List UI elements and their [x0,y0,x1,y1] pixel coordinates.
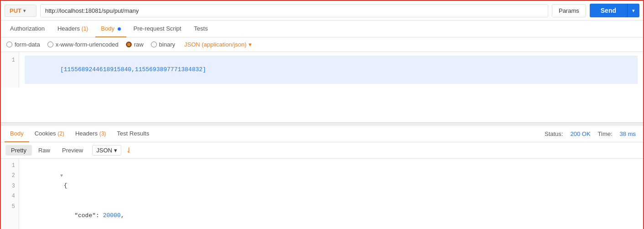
response-tab-test-results[interactable]: Test Results [111,125,155,142]
request-tabs: Authorization Headers (1) Body Pre-reque… [1,21,643,37]
code-line-1: [1155689244618915840,1155693897771384832… [25,56,638,84]
tab-authorization[interactable]: Authorization [5,21,50,37]
form-data-option[interactable]: form-data [6,41,40,48]
params-button[interactable]: Params [552,4,586,17]
body-dot [118,27,121,31]
method-selector[interactable]: PUT ▾ [5,5,36,17]
request-bar: PUT ▾ Params Send ▾ [1,1,643,21]
response-view-bar: Pretty Raw Preview JSON ▾ ⇃ [1,142,643,159]
send-dropdown-button[interactable]: ▾ [627,4,639,17]
json-format-selector[interactable]: JSON ▾ [92,145,121,156]
raw-button[interactable]: Raw [33,145,56,156]
tab-headers[interactable]: Headers (1) [52,21,93,37]
json-selector-chevron-icon: ▾ [114,147,117,154]
json-type-selector[interactable]: JSON (application/json) ▾ [184,41,252,48]
code-content: [1155689244618915840,1155693897771384832… [19,52,643,88]
app-container: PUT ▾ Params Send ▾ Authorization Header… [0,0,644,229]
binary-option[interactable]: binary [151,41,175,48]
response-tab-body[interactable]: Body [5,125,29,142]
response-tab-cookies[interactable]: Cookies (2) [29,125,70,142]
pretty-button[interactable]: Pretty [5,145,32,156]
collapse-arrow-icon[interactable]: ▼ [60,173,63,178]
urlencoded-option[interactable]: x-www-form-urlencoded [47,41,119,48]
response-line-numbers: 1 2 3 4 5 [1,159,19,229]
resp-line-1: ▼ { [25,161,638,201]
url-input[interactable] [40,4,548,17]
raw-option[interactable]: raw [126,41,144,48]
json-type-chevron-icon: ▾ [249,41,252,48]
body-options: form-data x-www-form-urlencoded raw bina… [1,37,643,52]
response-tab-headers[interactable]: Headers (3) [70,125,111,142]
resp-line-2: "code": 20000, [25,201,638,229]
response-tabs-bar: Body Cookies (2) Headers (3) Test Result… [1,125,643,142]
method-chevron-icon: ▾ [23,8,26,13]
method-text: PUT [10,7,21,14]
tab-body[interactable]: Body [95,21,126,37]
wrap-icon[interactable]: ⇃ [126,146,132,155]
response-status-area: Status: 200 OK Time: 38 ms [541,130,639,137]
preview-button[interactable]: Preview [57,145,88,156]
response-code-content: ▼ { "code": 20000, "flag": true, "messag… [19,159,643,229]
code-editor[interactable]: 1 [1155689244618915840,11556938977713848… [1,52,643,123]
tab-pre-request[interactable]: Pre-request Script [128,21,187,37]
tab-tests[interactable]: Tests [188,21,213,37]
response-code: 1 2 3 4 5 ▼ { "code": 20000, "flag": tru… [1,159,643,229]
send-button[interactable]: Send [590,4,627,17]
line-numbers: 1 [1,52,19,88]
send-btn-group: Send ▾ [590,4,639,17]
